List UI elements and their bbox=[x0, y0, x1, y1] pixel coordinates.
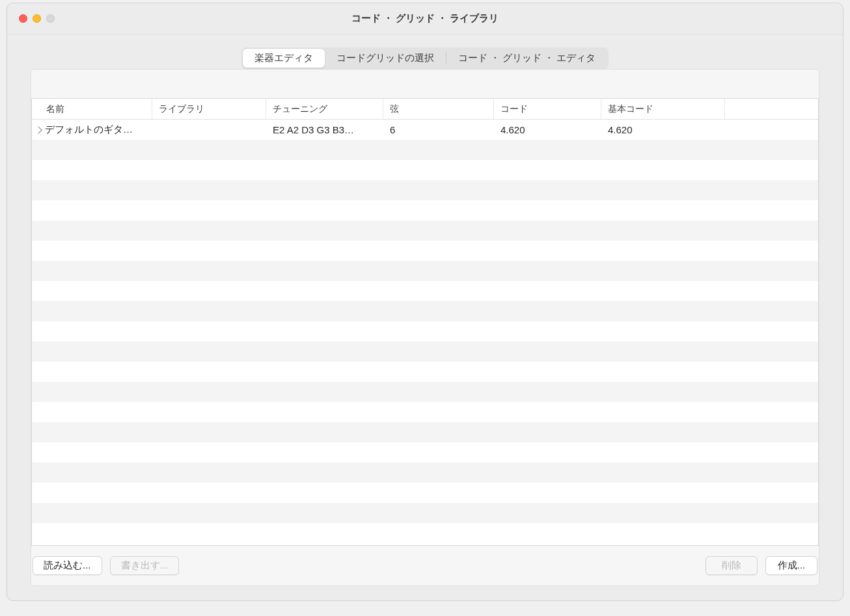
table-row[interactable]: デフォルトのギタ… E2 A2 D3 G3 B3… 6 4.620 4.620 bbox=[32, 120, 818, 140]
table-row-empty bbox=[32, 261, 818, 281]
table-row-empty bbox=[32, 382, 818, 402]
panel: 名前 ライブラリ チューニング 弦 コード 基本コード デフォルトのギタ… bbox=[31, 69, 819, 586]
col-strings[interactable]: 弦 bbox=[383, 99, 494, 119]
table-row-empty bbox=[32, 160, 818, 180]
table-row-empty bbox=[32, 321, 818, 341]
table-row-empty bbox=[32, 362, 818, 382]
footer: 読み込む... 書き出す... 削除 作成... bbox=[31, 546, 819, 575]
table-row-empty bbox=[32, 281, 818, 301]
tab-bar: 楽器エディタ コードグリッドの選択 コード ・ グリッド ・ エディタ bbox=[31, 47, 819, 69]
tab-chord-grid-editor[interactable]: コード ・ グリッド ・ エディタ bbox=[446, 49, 608, 68]
cell-extra bbox=[725, 127, 818, 133]
maximize-icon bbox=[46, 14, 55, 23]
table-row-empty bbox=[32, 503, 818, 523]
table-header: 名前 ライブラリ チューニング 弦 コード 基本コード bbox=[32, 99, 818, 120]
traffic-lights bbox=[19, 14, 55, 23]
tab-chord-grid-select[interactable]: コードグリッドの選択 bbox=[325, 49, 446, 68]
delete-button: 削除 bbox=[706, 556, 758, 575]
cell-strings: 6 bbox=[383, 121, 494, 139]
titlebar: コード ・ グリッド ・ ライブラリ bbox=[7, 3, 843, 34]
table-body: デフォルトのギタ… E2 A2 D3 G3 B3… 6 4.620 4.620 bbox=[32, 120, 818, 545]
table-row-empty bbox=[32, 200, 818, 221]
table-row-empty bbox=[32, 422, 818, 442]
cell-library bbox=[152, 127, 266, 133]
window-title: コード ・ グリッド ・ ライブラリ bbox=[7, 12, 843, 25]
cell-name[interactable]: デフォルトのギタ… bbox=[32, 120, 152, 139]
footer-right: 削除 作成... bbox=[706, 556, 817, 575]
create-button[interactable]: 作成... bbox=[765, 556, 817, 575]
table-row-empty bbox=[32, 462, 818, 483]
table-row-empty bbox=[32, 402, 818, 422]
table-row-empty bbox=[32, 241, 818, 261]
tab-group: 楽器エディタ コードグリッドの選択 コード ・ グリッド ・ エディタ bbox=[241, 47, 609, 69]
table-row-empty bbox=[32, 523, 818, 543]
table-row-empty bbox=[32, 341, 818, 362]
col-extra bbox=[725, 99, 818, 119]
col-library[interactable]: ライブラリ bbox=[152, 99, 266, 119]
table-row-empty bbox=[32, 140, 818, 160]
table-row-empty bbox=[32, 483, 818, 503]
col-base-chords[interactable]: 基本コード bbox=[601, 99, 725, 119]
cell-base: 4.620 bbox=[601, 121, 725, 139]
window: コード ・ グリッド ・ ライブラリ 楽器エディタ コードグリッドの選択 コード… bbox=[7, 3, 843, 601]
close-icon[interactable] bbox=[19, 14, 27, 23]
table-row-empty bbox=[32, 442, 818, 462]
load-button[interactable]: 読み込む... bbox=[33, 556, 102, 575]
table-row-empty bbox=[32, 180, 818, 200]
footer-left: 読み込む... 書き出す... bbox=[33, 556, 179, 575]
col-tuning[interactable]: チューニング bbox=[266, 99, 383, 119]
cell-chords: 4.620 bbox=[494, 121, 601, 139]
chevron-right-icon[interactable] bbox=[34, 126, 42, 133]
minimize-icon[interactable] bbox=[33, 14, 41, 23]
table: 名前 ライブラリ チューニング 弦 コード 基本コード デフォルトのギタ… bbox=[31, 98, 819, 546]
table-row-empty bbox=[32, 221, 818, 241]
table-row-empty bbox=[32, 301, 818, 321]
row-name-text: デフォルトのギタ… bbox=[45, 124, 133, 136]
content: 楽器エディタ コードグリッドの選択 コード ・ グリッド ・ エディタ 名前 ラ… bbox=[7, 34, 843, 600]
cell-tuning: E2 A2 D3 G3 B3… bbox=[266, 121, 383, 139]
col-chords[interactable]: コード bbox=[494, 99, 601, 119]
col-name[interactable]: 名前 bbox=[32, 99, 152, 119]
export-button: 書き出す... bbox=[110, 556, 180, 575]
tab-instrument-editor[interactable]: 楽器エディタ bbox=[243, 49, 325, 68]
